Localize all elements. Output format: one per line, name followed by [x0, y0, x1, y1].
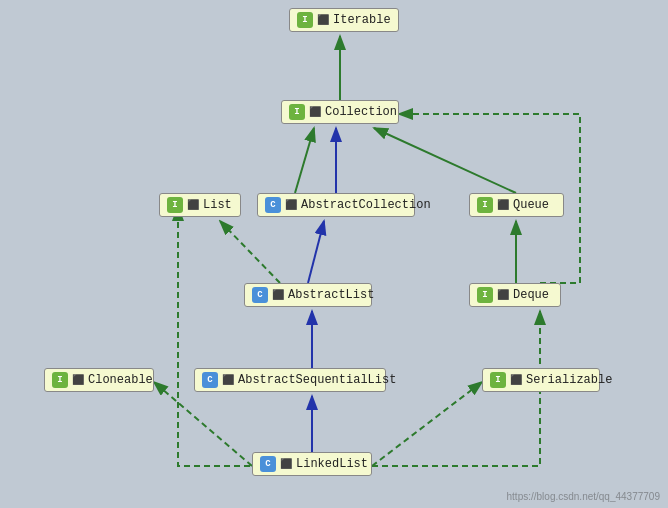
badge-linkedlist: C [260, 456, 276, 472]
node-abstractcollection: C ⬛ AbstractCollection [257, 193, 415, 217]
node-abstractlist: C ⬛ AbstractList [244, 283, 372, 307]
svg-line-4 [308, 221, 324, 283]
node-linkedlist: C ⬛ LinkedList [252, 452, 372, 476]
badge-collection: I [289, 104, 305, 120]
label-iterable: Iterable [333, 13, 391, 27]
svg-line-3 [374, 128, 516, 193]
pkg-abstractsequentiallist: ⬛ [222, 374, 234, 386]
badge-cloneable: I [52, 372, 68, 388]
label-deque: Deque [513, 288, 549, 302]
badge-iterable: I [297, 12, 313, 28]
badge-list: I [167, 197, 183, 213]
label-serializable: Serializable [526, 373, 612, 387]
label-cloneable: Cloneable [88, 373, 153, 387]
pkg-serializable: ⬛ [510, 374, 522, 386]
label-abstractlist: AbstractList [288, 288, 374, 302]
label-queue: Queue [513, 198, 549, 212]
pkg-queue: ⬛ [497, 199, 509, 211]
label-linkedlist: LinkedList [296, 457, 368, 471]
pkg-deque: ⬛ [497, 289, 509, 301]
label-abstractcollection: AbstractCollection [301, 198, 431, 212]
badge-queue: I [477, 197, 493, 213]
badge-abstractlist: C [252, 287, 268, 303]
badge-serializable: I [490, 372, 506, 388]
pkg-linkedlist: ⬛ [280, 458, 292, 470]
label-collection: Collection [325, 105, 397, 119]
svg-line-1 [295, 128, 314, 193]
svg-line-5 [220, 221, 280, 283]
node-iterable: I ⬛ Iterable [289, 8, 399, 32]
pkg-iterable: ⬛ [317, 14, 329, 26]
arrows-svg [0, 0, 668, 508]
watermark: https://blog.csdn.net/qq_44377709 [507, 491, 660, 502]
pkg-abstractlist: ⬛ [272, 289, 284, 301]
svg-line-9 [154, 382, 252, 466]
pkg-collection: ⬛ [309, 106, 321, 118]
node-queue: I ⬛ Queue [469, 193, 564, 217]
pkg-list: ⬛ [187, 199, 199, 211]
svg-line-10 [372, 382, 482, 466]
badge-deque: I [477, 287, 493, 303]
pkg-abstractcollection: ⬛ [285, 199, 297, 211]
label-abstractsequentiallist: AbstractSequentialList [238, 373, 396, 387]
badge-abstractcollection: C [265, 197, 281, 213]
node-list: I ⬛ List [159, 193, 241, 217]
diagram-area: I ⬛ Iterable I ⬛ Collection I ⬛ List C ⬛… [0, 0, 668, 508]
node-cloneable: I ⬛ Cloneable [44, 368, 154, 392]
badge-abstractsequentiallist: C [202, 372, 218, 388]
node-deque: I ⬛ Deque [469, 283, 561, 307]
label-list: List [203, 198, 232, 212]
node-collection: I ⬛ Collection [281, 100, 399, 124]
node-abstractsequentiallist: C ⬛ AbstractSequentialList [194, 368, 386, 392]
pkg-cloneable: ⬛ [72, 374, 84, 386]
node-serializable: I ⬛ Serializable [482, 368, 600, 392]
